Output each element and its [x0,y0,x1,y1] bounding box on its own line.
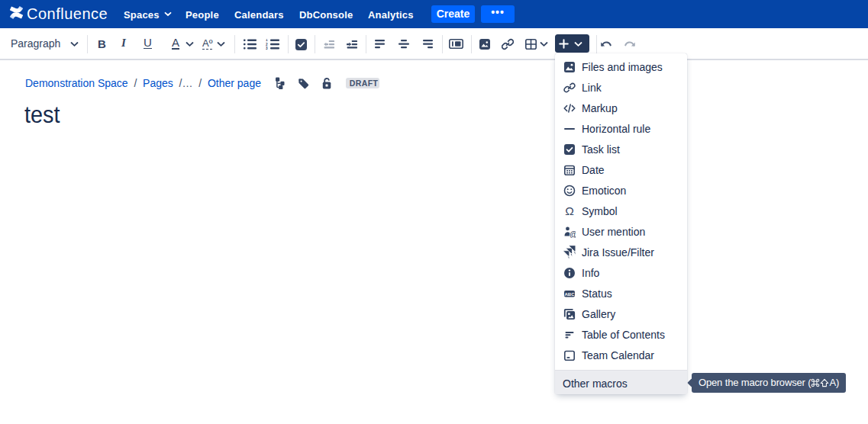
svg-text:ABC: ABC [565,291,576,296]
svg-text:@: @ [570,230,576,238]
svg-text:3: 3 [266,47,268,50]
svg-text:Ω: Ω [565,205,574,217]
